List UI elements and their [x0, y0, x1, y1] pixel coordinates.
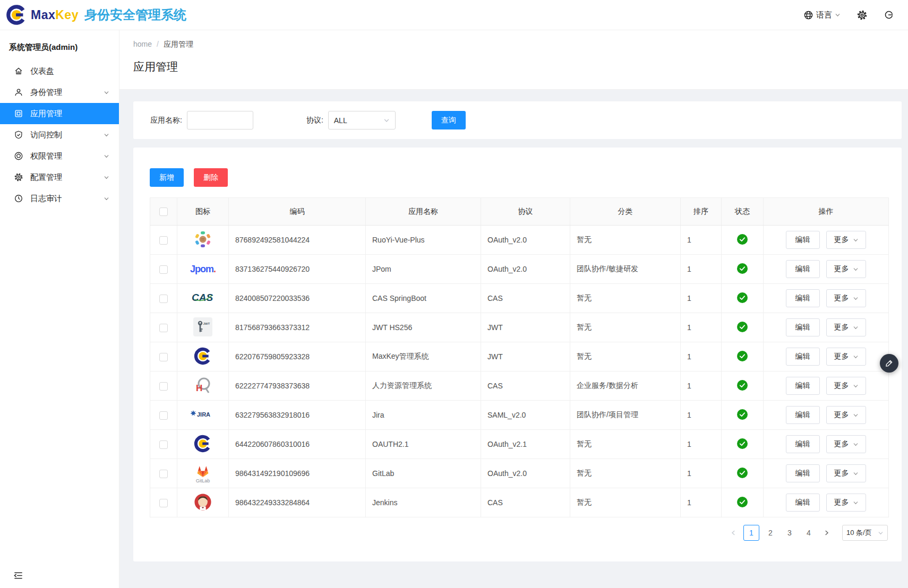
- row-checkbox[interactable]: [159, 324, 168, 332]
- header-actions: 语言: [803, 10, 894, 21]
- app-icon-cell: H: [177, 371, 229, 401]
- app-status-cell: [722, 284, 764, 313]
- sidebar-item-permissions[interactable]: 权限管理: [0, 145, 119, 167]
- chevron-down-icon: [104, 90, 109, 96]
- row-checkbox[interactable]: [159, 382, 168, 391]
- more-button[interactable]: 更多: [826, 231, 866, 249]
- more-button[interactable]: 更多: [826, 348, 866, 366]
- sidebar-item-audit[interactable]: 日志审计: [0, 188, 119, 209]
- edit-button[interactable]: 编辑: [786, 494, 820, 512]
- brand[interactable]: Max Key 身份安全管理系统: [5, 4, 186, 26]
- row-checkbox[interactable]: [159, 411, 168, 420]
- pagination-page-1[interactable]: 1: [743, 525, 759, 541]
- logout-icon[interactable]: [884, 10, 894, 20]
- page-size-select[interactable]: 10 条/页: [842, 525, 888, 541]
- brand-name-primary: Max: [31, 8, 55, 22]
- edit-button[interactable]: 编辑: [786, 406, 820, 424]
- sidebar-item-identity[interactable]: 身份管理: [0, 82, 119, 103]
- app-sort: 1: [681, 342, 722, 371]
- sidebar-collapse-button[interactable]: [13, 570, 23, 581]
- breadcrumb-current: 应用管理: [164, 40, 193, 48]
- more-button[interactable]: 更多: [826, 494, 866, 512]
- more-button[interactable]: 更多: [826, 435, 866, 453]
- status-enabled-icon: [737, 438, 748, 449]
- more-button[interactable]: 更多: [826, 318, 866, 336]
- add-button[interactable]: 新增: [150, 168, 184, 187]
- more-button[interactable]: 更多: [826, 289, 866, 307]
- app-protocol: OAuth_v2.0: [481, 459, 570, 488]
- column-header: 排序: [681, 198, 722, 226]
- app-sort: 1: [681, 459, 722, 488]
- status-enabled-icon: [737, 292, 748, 303]
- sidebar-item-dashboard[interactable]: 仪表盘: [0, 60, 119, 82]
- row-checkbox[interactable]: [159, 295, 168, 303]
- more-button-label: 更多: [834, 469, 849, 478]
- edit-button[interactable]: 编辑: [786, 464, 820, 482]
- gitlab-logo-icon: GitLab: [195, 464, 211, 483]
- edit-button[interactable]: 编辑: [786, 435, 820, 453]
- app-category: 团队协作/敏捷研发: [570, 255, 681, 284]
- row-actions-cell: 编辑 更多: [764, 313, 889, 342]
- settings-gear-icon[interactable]: [856, 10, 868, 21]
- row-actions-cell: 编辑 更多: [764, 401, 889, 430]
- app-category: 暂无: [570, 226, 681, 255]
- gear-icon: [14, 172, 23, 182]
- language-menu[interactable]: 语言: [803, 10, 841, 20]
- row-checkbox[interactable]: [159, 499, 168, 507]
- status-enabled-icon: [737, 497, 748, 507]
- more-button[interactable]: 更多: [826, 377, 866, 395]
- row-select-cell: [150, 401, 177, 430]
- app-name-input[interactable]: [187, 111, 253, 129]
- app-code: 622227747938373638: [229, 371, 366, 401]
- more-button[interactable]: 更多: [826, 260, 866, 278]
- sidebar-item-label: 访问控制: [30, 130, 104, 140]
- row-checkbox[interactable]: [159, 265, 168, 274]
- row-checkbox[interactable]: [159, 440, 168, 449]
- table-row: Jpom. 837136275440926720 JPom OAuth_v2.0…: [150, 255, 889, 284]
- jpom-logo-icon: Jpom.: [190, 264, 216, 274]
- page-title: 应用管理: [133, 59, 894, 74]
- edit-button[interactable]: 编辑: [786, 289, 820, 307]
- pagination-page-4[interactable]: 4: [801, 525, 817, 541]
- delete-button[interactable]: 删除: [194, 168, 228, 187]
- app-protocol: CAS: [481, 284, 570, 313]
- hr-logo-icon: H: [193, 376, 212, 394]
- user-icon: [14, 88, 23, 97]
- row-select-cell: [150, 459, 177, 488]
- edit-button[interactable]: 编辑: [786, 260, 820, 278]
- app-icon-cell: [177, 488, 229, 517]
- more-button[interactable]: 更多: [826, 464, 866, 482]
- edit-button[interactable]: 编辑: [786, 348, 820, 366]
- protocol-select[interactable]: ALL: [328, 111, 396, 129]
- maxkey-logo-icon: [193, 347, 212, 366]
- edit-button[interactable]: 编辑: [786, 377, 820, 395]
- row-checkbox[interactable]: [159, 470, 168, 478]
- more-button[interactable]: 更多: [826, 406, 866, 424]
- row-actions-cell: 编辑 更多: [764, 226, 889, 255]
- page-size-value: 10 条/页: [846, 528, 872, 538]
- app-code: 632279563832918016: [229, 401, 366, 430]
- pagination-next-button[interactable]: [820, 530, 834, 536]
- clock-icon: [14, 194, 23, 203]
- row-checkbox[interactable]: [159, 236, 168, 245]
- pagination-page-3[interactable]: 3: [782, 525, 798, 541]
- row-select-cell: [150, 430, 177, 459]
- pagination-prev-button[interactable]: [726, 530, 740, 536]
- sidebar-item-config[interactable]: 配置管理: [0, 167, 119, 188]
- breadcrumb-home-link[interactable]: home: [133, 40, 152, 48]
- row-select-cell: [150, 371, 177, 401]
- sidebar-item-access[interactable]: 访问控制: [0, 124, 119, 145]
- row-checkbox[interactable]: [159, 353, 168, 361]
- search-button[interactable]: 查询: [432, 111, 466, 129]
- svg-text:H: H: [196, 383, 202, 393]
- select-all-checkbox[interactable]: [159, 207, 168, 216]
- edit-button[interactable]: 编辑: [786, 318, 820, 336]
- app-icon-cell: [177, 226, 229, 255]
- table-row: 622076759805923328 MaxKey管理系统 JWT 暂无 1 编…: [150, 342, 889, 371]
- pagination-page-2[interactable]: 2: [763, 525, 778, 541]
- sidebar-item-label: 应用管理: [30, 109, 109, 119]
- sidebar-item-apps[interactable]: 应用管理: [0, 103, 119, 124]
- floating-tool-button[interactable]: [880, 354, 898, 373]
- edit-button[interactable]: 编辑: [786, 231, 820, 249]
- app-code: 622076759805923328: [229, 342, 366, 371]
